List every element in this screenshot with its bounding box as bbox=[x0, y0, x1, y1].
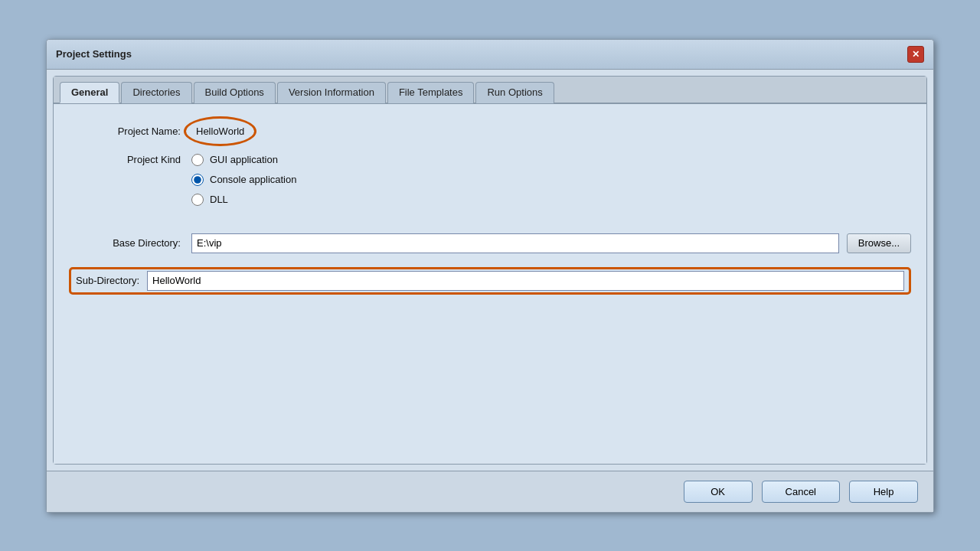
tab-version-information[interactable]: Version Information bbox=[277, 82, 386, 103]
project-kind-label: Project Kind bbox=[69, 154, 191, 165]
radio-gui-label[interactable]: GUI application bbox=[210, 154, 278, 165]
tab-bar: General Directories Build Options Versio… bbox=[54, 77, 926, 104]
dialog-footer: OK Cancel Help bbox=[47, 471, 933, 512]
tab-directories[interactable]: Directories bbox=[121, 82, 191, 103]
radio-row-dll: DLL bbox=[191, 194, 296, 206]
radio-row-console: Console application bbox=[191, 174, 296, 186]
sub-directory-row: Sub-Directory: bbox=[69, 267, 911, 295]
project-kind-radio-group: GUI application Console application DLL bbox=[191, 154, 296, 206]
ok-button[interactable]: OK bbox=[684, 481, 753, 503]
sub-directory-label: Sub-Directory: bbox=[76, 275, 147, 286]
base-directory-row: Base Directory: Browse... bbox=[69, 233, 911, 253]
tab-general[interactable]: General bbox=[60, 82, 119, 103]
project-name-label: Project Name: bbox=[69, 126, 191, 137]
help-button[interactable]: Help bbox=[849, 481, 918, 503]
tab-run-options[interactable]: Run Options bbox=[475, 82, 554, 103]
base-directory-label: Base Directory: bbox=[69, 237, 191, 249]
base-directory-input[interactable] bbox=[191, 233, 839, 253]
tab-build-options[interactable]: Build Options bbox=[194, 82, 276, 103]
sub-directory-input[interactable] bbox=[147, 271, 904, 291]
sub-directory-highlight: Sub-Directory: bbox=[69, 267, 911, 295]
radio-console[interactable] bbox=[191, 174, 204, 186]
tab-file-templates[interactable]: File Templates bbox=[387, 82, 475, 103]
dialog-body: General Directories Build Options Versio… bbox=[53, 76, 927, 465]
project-name-row: Project Name: HelloWorld bbox=[69, 122, 911, 140]
radio-gui[interactable] bbox=[191, 154, 204, 166]
cancel-button[interactable]: Cancel bbox=[762, 481, 840, 503]
radio-row-gui: GUI application bbox=[191, 154, 296, 166]
dialog-window: Project Settings ✕ General Directories B… bbox=[46, 39, 934, 513]
browse-button[interactable]: Browse... bbox=[847, 233, 911, 253]
project-name-container: HelloWorld bbox=[191, 122, 911, 140]
dialog-title: Project Settings bbox=[56, 48, 132, 60]
radio-dll[interactable] bbox=[191, 194, 204, 206]
close-button[interactable]: ✕ bbox=[907, 46, 924, 63]
tab-content-general: Project Name: HelloWorld Project Kind GU… bbox=[54, 104, 926, 464]
title-bar: Project Settings ✕ bbox=[47, 40, 933, 70]
radio-dll-label[interactable]: DLL bbox=[210, 194, 228, 205]
project-kind-section: Project Kind GUI application Console app… bbox=[69, 154, 911, 220]
radio-console-label[interactable]: Console application bbox=[210, 174, 296, 185]
